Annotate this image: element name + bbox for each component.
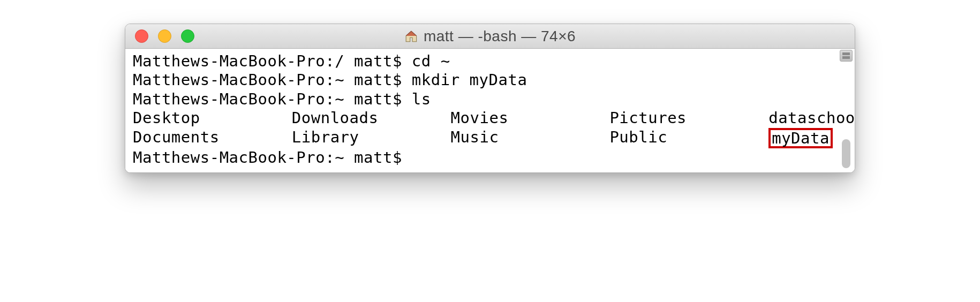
terminal-line: Matthews-MacBook-Pro:~ matt$ mkdir myDat… <box>133 71 847 89</box>
window-title-text: matt — -bash — 74×6 <box>424 28 576 45</box>
traffic-lights <box>135 29 194 43</box>
scroll-indicator-icon[interactable] <box>840 50 853 62</box>
terminal-line: Matthews-MacBook-Pro:/ matt$ cd ~ <box>133 52 847 71</box>
close-button[interactable] <box>135 29 148 43</box>
terminal-window: matt — -bash — 74×6 Matthews-MacBook-Pro… <box>125 24 855 173</box>
ls-item: Movies <box>451 109 610 127</box>
window-title: matt — -bash — 74×6 <box>404 28 576 45</box>
ls-item: Library <box>292 128 451 148</box>
ls-item: Public <box>609 128 768 148</box>
ls-item: Documents <box>133 128 292 148</box>
window-titlebar[interactable]: matt — -bash — 74×6 <box>125 24 855 49</box>
home-icon <box>404 29 418 43</box>
highlight-box: myData <box>768 128 833 148</box>
ls-item: Music <box>451 128 610 148</box>
zoom-button[interactable] <box>181 29 194 43</box>
ls-item: Downloads <box>292 109 451 127</box>
ls-output: Desktop Downloads Movies Pictures datasc… <box>133 109 847 148</box>
terminal-line: Matthews-MacBook-Pro:~ matt$ ls <box>133 90 847 109</box>
ls-item: Desktop <box>133 109 292 127</box>
terminal-body[interactable]: Matthews-MacBook-Pro:/ matt$ cd ~ Matthe… <box>125 49 855 172</box>
ls-item: Pictures <box>609 109 768 127</box>
scrollbar[interactable] <box>839 50 854 171</box>
minimize-button[interactable] <box>158 29 171 43</box>
terminal-prompt[interactable]: Matthews-MacBook-Pro:~ matt$ <box>133 148 847 167</box>
scroll-thumb[interactable] <box>842 139 850 168</box>
